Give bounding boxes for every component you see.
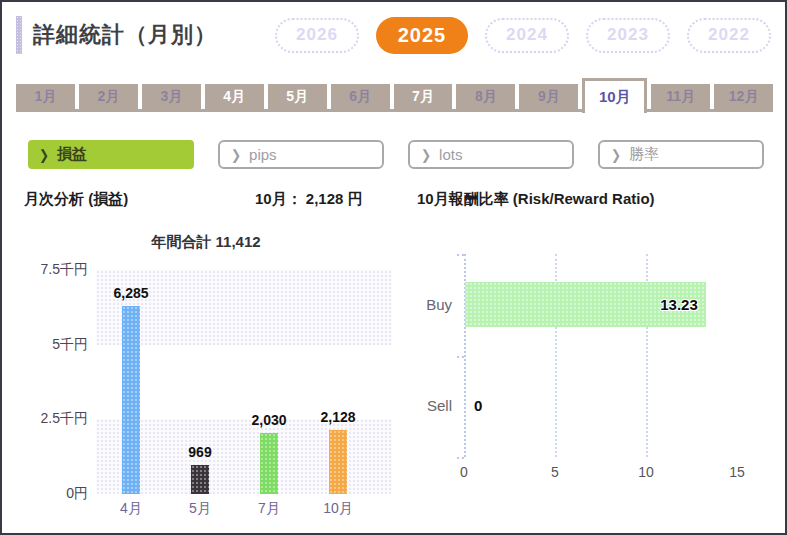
title-accent-bar [16,16,22,54]
tab-month-8[interactable]: 8月 [456,84,515,110]
tab-month-6[interactable]: 6月 [331,84,390,110]
month-tabs: 1月2月3月4月5月6月7月8月9月10月11月12月 [16,78,773,114]
year-button-2024[interactable]: 2024 [485,18,569,53]
bar-4月 [122,306,140,494]
month-tabs-row: 1月2月3月4月5月6月7月8月9月10月11月12月 [16,78,773,113]
tab-month-7[interactable]: 7月 [394,84,453,110]
y-axis-tick-label: 7.5千円 [16,261,88,279]
bar-7月 [260,433,278,494]
metric-label: lots [439,146,462,163]
chevron-right-icon: ❯ [39,146,49,162]
tab-month-9[interactable]: 9月 [519,84,578,110]
metric-lots[interactable]: ❯lots [408,140,574,169]
rr-value-label: 13.23 [630,296,698,313]
x-axis-tick-label: 10 [626,464,666,480]
y-axis-tick-label: 2.5千円 [16,410,88,428]
x-axis-category-label: 4月 [96,500,166,518]
x-axis-category-label: 7月 [234,500,304,518]
detailed-stats-panel: 詳細統計（月別） 20262025202420232022 1月2月3月4月5月… [0,0,787,535]
year-button-2022[interactable]: 2022 [687,18,771,53]
tab-month-3[interactable]: 3月 [142,84,201,110]
x-axis-tick-label: 5 [535,464,575,480]
monthly-analysis-label: 月次分析 (損益) [24,190,128,209]
tab-month-5[interactable]: 5月 [268,84,327,110]
chart-annual-total: 年間合計 11,412 [16,233,396,252]
rr-category-buy: Buy [402,296,452,313]
year-selector: 20262025202420232022 [275,17,771,54]
tab-month-10[interactable]: 10月 [582,78,647,113]
page-title: 詳細統計（月別） [33,20,217,50]
year-button-2023[interactable]: 2023 [586,18,670,53]
rr-value-label: 0 [474,397,482,414]
x-axis-category-label: 10月 [303,500,373,518]
tab-month-4[interactable]: 4月 [205,84,264,110]
axis-tick [457,356,464,358]
bar-value-label: 2,128 [303,409,373,425]
bar-10月 [329,430,347,494]
x-axis-category-label: 5月 [165,500,235,518]
monthly-profit-chart: 年間合計 11,412 7.5千円5千円2.5千円0円6,2854月9695月2… [16,227,396,532]
chevron-right-icon: ❯ [421,146,431,162]
rr-category-sell: Sell [402,397,452,414]
metric-label: 勝率 [629,145,659,164]
y-axis-tick-label: 0円 [16,485,88,503]
risk-reward-title: 10月報酬比率 (Risk/Reward Ratio) [417,190,655,209]
y-axis-tick-label: 5千円 [16,336,88,354]
x-axis-tick-label: 15 [717,464,757,480]
metric-filters: ❯損益❯pips❯lots❯勝率 [28,140,764,169]
tab-month-2[interactable]: 2月 [79,84,138,110]
chevron-right-icon: ❯ [231,146,241,162]
metric-label: pips [249,146,277,163]
bar-5月 [191,465,209,494]
profit-plot-area [96,270,392,494]
year-button-2025[interactable]: 2025 [376,17,468,54]
year-button-2026[interactable]: 2026 [275,18,359,53]
grid-band [96,270,392,345]
bar-value-label: 2,030 [234,412,304,428]
grid-band [96,419,392,494]
bar-value-label: 969 [165,444,235,460]
tab-month-1[interactable]: 1月 [16,84,75,110]
metric-profit[interactable]: ❯損益 [28,140,194,169]
chevron-right-icon: ❯ [611,146,621,162]
x-axis-tick-label: 0 [444,464,484,480]
risk-reward-chart: Buy13.23Sell0051015 [402,227,777,532]
metric-label: 損益 [57,145,87,164]
month-total-value: 10月： 2,128 円 [255,190,363,209]
axis-tick [457,457,464,459]
header: 詳細統計（月別） 20262025202420232022 [16,15,771,55]
tab-month-11[interactable]: 11月 [651,84,710,110]
bar-value-label: 6,285 [96,285,166,301]
metric-pips[interactable]: ❯pips [218,140,384,169]
metric-win-rate[interactable]: ❯勝率 [598,140,764,169]
grid-band [96,345,392,420]
axis-tick [457,254,464,256]
tab-month-12[interactable]: 12月 [714,84,773,110]
